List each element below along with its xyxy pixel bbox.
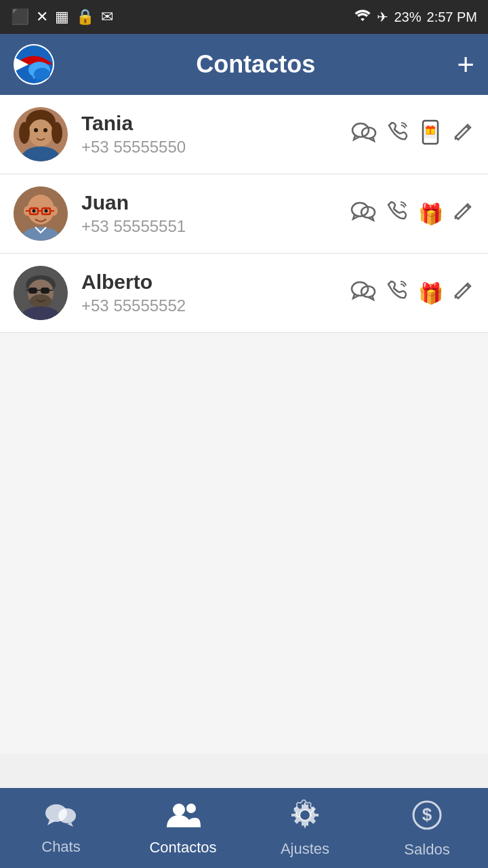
empty-content-area — [0, 333, 488, 753]
chat-icon-juan[interactable] — [350, 200, 376, 227]
contact-name-alberto: Alberto — [81, 271, 350, 294]
chats-icon — [44, 801, 78, 834]
edit-icon-juan[interactable] — [453, 200, 474, 227]
contact-list: Tania +53 55555550 — [0, 95, 488, 333]
avatar-alberto — [14, 266, 68, 320]
chat-icon-tania[interactable] — [351, 121, 377, 148]
gift-icon-tania[interactable]: 🎁 — [419, 119, 443, 150]
svg-rect-41 — [28, 288, 37, 294]
contact-item-juan: Juan +53 55555551 🎁 — [0, 174, 488, 254]
call-icon-alberto[interactable] — [386, 279, 409, 307]
battery-text: 23% — [394, 9, 421, 25]
call-icon-tania[interactable] — [386, 120, 409, 149]
gift-icon-juan[interactable]: 🎁 — [418, 202, 443, 226]
plane-icon: ✈ — [377, 9, 388, 25]
status-icon-x: ✕ — [36, 8, 48, 26]
edit-icon-tania[interactable] — [453, 121, 474, 148]
nav-label-contactos: Contactos — [149, 839, 216, 856]
nav-item-chats[interactable]: Chats — [7, 801, 115, 856]
contact-item-alberto: Alberto +53 55555552 🎁 — [0, 254, 488, 333]
edit-icon-alberto[interactable] — [453, 279, 474, 307]
contact-info-tania: Tania +53 55555550 — [81, 112, 351, 157]
svg-point-56 — [300, 810, 310, 820]
svg-rect-42 — [41, 288, 49, 294]
avatar-juan — [14, 186, 68, 241]
contact-item-tania: Tania +53 55555550 — [0, 95, 488, 174]
chat-icon-alberto[interactable] — [350, 279, 376, 307]
svg-point-12 — [34, 128, 38, 132]
call-icon-juan[interactable] — [386, 199, 409, 228]
status-icon-menu: ⬛ — [11, 8, 29, 26]
svg-point-35 — [352, 203, 368, 216]
status-icon-mail: ✉ — [101, 8, 113, 26]
contact-phone-tania: +53 55555550 — [81, 138, 351, 157]
status-right-icons: ✈ 23% 2:57 PM — [354, 8, 477, 26]
contact-actions-juan: 🎁 — [350, 199, 474, 228]
svg-point-9 — [19, 122, 30, 144]
avatar-tania — [14, 107, 68, 161]
contact-name-juan: Juan — [81, 191, 350, 214]
ajustes-icon — [289, 799, 321, 836]
app-header: Contactos + — [0, 34, 488, 95]
svg-point-8 — [28, 119, 53, 146]
app-logo — [14, 44, 54, 85]
contact-phone-alberto: +53 55555552 — [81, 296, 350, 315]
contact-info-alberto: Alberto +53 55555552 — [81, 271, 350, 315]
svg-point-54 — [186, 804, 196, 813]
svg-text:$: $ — [422, 804, 432, 825]
nav-item-saldos[interactable]: $ Saldos — [373, 798, 481, 859]
status-icon-screen: ▦ — [55, 8, 69, 26]
nav-label-chats: Chats — [41, 838, 80, 856]
contact-phone-juan: +53 55555551 — [81, 217, 350, 236]
status-icon-lock: 🔒 — [76, 8, 94, 26]
time-display: 2:57 PM — [427, 9, 477, 25]
add-contact-button[interactable]: + — [457, 50, 474, 79]
svg-point-33 — [45, 210, 48, 213]
nav-item-contactos[interactable]: Contactos — [129, 800, 237, 856]
svg-point-48 — [352, 282, 368, 296]
nav-label-saldos: Saldos — [404, 841, 449, 859]
contactos-icon — [165, 800, 201, 835]
gift-icon-alberto[interactable]: 🎁 — [418, 281, 443, 305]
contact-actions-alberto: 🎁 — [350, 279, 474, 307]
status-left-icons: ⬛ ✕ ▦ 🔒 ✉ — [11, 8, 113, 26]
svg-point-52 — [58, 808, 76, 823]
page-title: Contactos — [54, 50, 457, 79]
wifi-icon — [354, 8, 371, 26]
contact-name-tania: Tania — [81, 112, 351, 135]
status-bar: ⬛ ✕ ▦ 🔒 ✉ ✈ 23% 2:57 PM — [0, 0, 488, 34]
svg-point-53 — [173, 804, 185, 816]
svg-point-4 — [34, 68, 50, 80]
bottom-navigation: Chats Contactos Ajustes — [0, 788, 488, 868]
contact-actions-tania: 🎁 — [351, 119, 474, 150]
contact-info-juan: Juan +53 55555551 — [81, 191, 350, 236]
svg-point-10 — [52, 122, 62, 144]
nav-label-ajustes: Ajustes — [281, 840, 329, 858]
svg-point-14 — [352, 123, 369, 137]
saldos-icon: $ — [412, 798, 442, 837]
svg-point-32 — [33, 210, 36, 213]
svg-point-13 — [43, 128, 47, 132]
nav-item-ajustes[interactable]: Ajustes — [251, 799, 359, 858]
